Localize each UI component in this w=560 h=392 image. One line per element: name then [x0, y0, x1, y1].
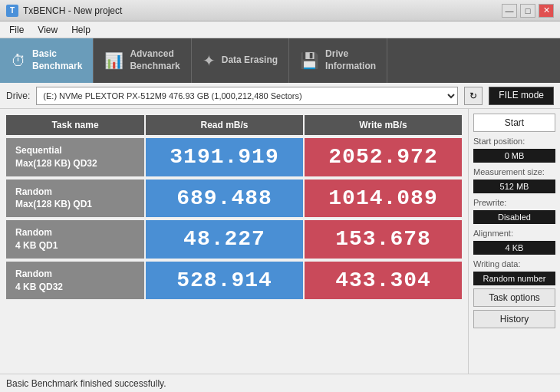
measurement-size-value: 512 MB: [473, 180, 555, 193]
alignment-label: Alignment:: [473, 229, 555, 238]
row1-name: SequentialMax(128 KB) QD32: [6, 138, 144, 176]
tab-advanced-label: AdvancedBenchmark: [130, 48, 180, 72]
history-button[interactable]: History: [473, 310, 555, 328]
start-button[interactable]: Start: [473, 114, 555, 132]
status-text: Basic Benchmark finished successfully.: [6, 378, 166, 389]
row1-read: 3191.919: [146, 138, 303, 176]
status-bar: Basic Benchmark finished successfully.: [0, 374, 560, 392]
table-row: Random4 KB QD32 528.914 433.304: [6, 262, 462, 300]
drive-select[interactable]: (E:) NVMe PLEXTOR PX-512M9 476.93 GB (1,…: [36, 87, 458, 105]
header-read: Read mB/s: [146, 115, 303, 135]
row2-write: 1014.089: [305, 180, 462, 218]
tab-erasing-icon: ✦: [203, 51, 216, 70]
row1-write: 2052.972: [305, 138, 462, 176]
start-position-value: 0 MB: [473, 149, 555, 163]
title-bar: T TxBENCH - New project — □ ✕: [0, 0, 560, 21]
minimize-button[interactable]: —: [502, 4, 517, 18]
prewrite-label: Prewrite:: [473, 198, 555, 207]
table-row: SequentialMax(128 KB) QD32 3191.919 2052…: [6, 138, 462, 176]
menu-help[interactable]: Help: [65, 23, 97, 37]
task-options-button[interactable]: Task options: [473, 288, 555, 307]
tab-erasing-label: Data Erasing: [222, 54, 278, 67]
row4-read: 528.914: [146, 262, 303, 300]
measurement-size-label: Measurement size:: [473, 167, 555, 176]
tab-advanced-icon: 📊: [104, 51, 124, 70]
maximize-button[interactable]: □: [520, 4, 535, 18]
right-panel: Start Start position: 0 MB Measurement s…: [468, 109, 560, 374]
row3-name: Random4 KB QD1: [6, 220, 144, 259]
start-position-label: Start position:: [473, 137, 555, 146]
window-title: TxBENCH - New project: [23, 5, 122, 16]
tab-basic-icon: ⏱: [11, 52, 26, 70]
tab-advanced-benchmark[interactable]: 📊 AdvancedBenchmark: [94, 38, 191, 83]
table-row: Random4 KB QD1 48.227 153.678: [6, 220, 462, 259]
menu-file[interactable]: File: [3, 23, 30, 37]
drive-bar: Drive: (E:) NVMe PLEXTOR PX-512M9 476.93…: [0, 83, 560, 109]
main-content: Task name Read mB/s Write mB/s Sequentia…: [0, 109, 560, 374]
tab-basic-label: BasicBenchmark: [32, 48, 82, 72]
tab-drive-icon: 💾: [300, 51, 319, 70]
tab-basic-benchmark[interactable]: ⏱ BasicBenchmark: [0, 38, 94, 83]
drive-refresh-button[interactable]: ↻: [464, 87, 483, 105]
title-bar-left: T TxBENCH - New project: [6, 5, 122, 17]
app-icon: T: [6, 5, 18, 17]
menu-bar: File View Help: [0, 21, 560, 38]
writing-data-label: Writing data:: [473, 259, 555, 268]
file-mode-button[interactable]: FILE mode: [489, 87, 554, 105]
row4-write: 433.304: [305, 262, 462, 300]
bench-header: Task name Read mB/s Write mB/s: [6, 115, 462, 135]
tab-drive-information[interactable]: 💾 DriveInformation: [289, 38, 387, 83]
row4-name: Random4 KB QD32: [6, 262, 144, 300]
tab-bar: ⏱ BasicBenchmark 📊 AdvancedBenchmark ✦ D…: [0, 38, 560, 83]
benchmark-area: Task name Read mB/s Write mB/s Sequentia…: [0, 109, 468, 374]
row3-read: 48.227: [146, 220, 303, 259]
alignment-value: 4 KB: [473, 241, 555, 255]
menu-view[interactable]: View: [31, 23, 64, 37]
title-bar-controls: — □ ✕: [502, 4, 554, 18]
close-button[interactable]: ✕: [539, 4, 554, 18]
header-task-name: Task name: [6, 115, 144, 135]
header-write: Write mB/s: [305, 115, 462, 135]
prewrite-value: Disabled: [473, 210, 555, 224]
row3-write: 153.678: [305, 220, 462, 259]
table-row: RandomMax(128 KB) QD1 689.488 1014.089: [6, 180, 462, 218]
row2-read: 689.488: [146, 180, 303, 218]
drive-label: Drive:: [6, 91, 30, 101]
tab-drive-label: DriveInformation: [325, 48, 376, 72]
tab-data-erasing[interactable]: ✦ Data Erasing: [192, 38, 289, 83]
row2-name: RandomMax(128 KB) QD1: [6, 180, 144, 218]
writing-data-value: Random number: [473, 272, 555, 285]
